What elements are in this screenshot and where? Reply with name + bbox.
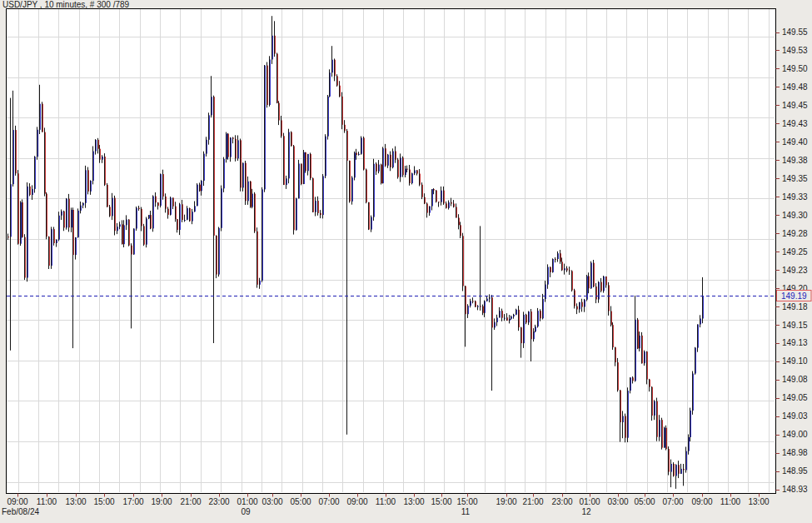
candle	[284, 133, 285, 186]
candle	[16, 126, 17, 176]
candle	[647, 351, 648, 385]
candle	[42, 102, 43, 132]
price-tag-value: 149.19	[781, 291, 807, 301]
candle	[330, 69, 331, 97]
candle	[369, 202, 370, 230]
candle	[105, 153, 106, 186]
candle	[224, 157, 225, 192]
candle	[25, 234, 26, 280]
x-axis-date-label: 12	[581, 507, 591, 516]
y-axis-price-label: 149.15	[782, 321, 808, 330]
candle	[262, 187, 263, 282]
candle	[342, 92, 343, 130]
candle	[69, 194, 70, 232]
candle	[328, 95, 329, 140]
candle	[52, 227, 52, 269]
y-axis-price-label: 149.30	[782, 211, 808, 220]
candle	[296, 198, 297, 231]
candle	[313, 177, 314, 212]
candle	[662, 418, 663, 450]
candle	[398, 158, 399, 179]
candle	[246, 161, 247, 205]
candle	[93, 147, 94, 185]
candle	[665, 426, 665, 447]
candle	[604, 276, 605, 293]
candle	[301, 163, 302, 185]
x-axis-time-label: 15:00	[431, 497, 451, 506]
y-axis-price-label: 148.93	[782, 485, 808, 494]
candle	[78, 208, 79, 237]
candle	[47, 192, 47, 239]
candle	[54, 227, 55, 246]
candle	[86, 166, 87, 208]
candle	[115, 196, 116, 236]
candle	[463, 233, 464, 291]
candle	[628, 387, 629, 442]
x-axis-time-label: 23:00	[208, 497, 229, 506]
price-axis[interactable]: 149.55149.53149.50149.48149.45149.43149.…	[776, 27, 809, 494]
y-axis-price-label: 149.38	[782, 156, 808, 165]
candle	[364, 137, 365, 171]
candle	[277, 52, 278, 103]
candle	[366, 168, 367, 203]
y-axis-price-label: 149.23	[782, 266, 808, 275]
candle	[381, 164, 382, 185]
candle	[45, 127, 46, 196]
y-axis-price-label: 149.08	[782, 375, 808, 384]
x-axis-time-label: 21:00	[522, 497, 543, 506]
x-axis-time-label: 21:00	[180, 497, 201, 506]
candle	[161, 173, 162, 207]
x-axis-time-label: 11:00	[720, 497, 741, 506]
candle	[652, 386, 653, 421]
candle	[618, 358, 619, 392]
y-axis-price-label: 149.45	[782, 101, 808, 110]
x-axis-time-label: 15:00	[93, 497, 114, 506]
y-axis-price-label: 149.55	[782, 27, 808, 37]
x-axis-time-label: 01:00	[237, 497, 257, 506]
candle	[251, 181, 252, 208]
y-axis-price-label: 149.50	[782, 64, 808, 73]
candle	[374, 159, 375, 221]
candle	[306, 152, 306, 173]
y-axis-price-label: 149.28	[782, 229, 808, 238]
candle	[572, 270, 573, 291]
candlestick-chart[interactable]: 149.55149.53149.50149.48149.45149.43149.…	[0, 0, 812, 523]
candle	[219, 227, 220, 277]
candle	[222, 186, 222, 232]
x-axis-time-label: 03:00	[262, 497, 282, 506]
candle	[575, 289, 575, 309]
candle	[289, 129, 290, 184]
candle	[21, 201, 22, 246]
candle	[267, 62, 268, 108]
y-axis-price-label: 149.05	[782, 393, 808, 402]
x-axis-time-label: 11:00	[376, 497, 396, 506]
candle	[88, 167, 89, 195]
mt4-chart-window: USD/JPY , 10 minutes, # 300 /789 149.551…	[0, 0, 812, 523]
time-axis[interactable]: 09:0011:0013:0015:0017:0019:0021:0023:00…	[2, 494, 770, 517]
y-axis-price-label: 149.53	[782, 46, 808, 55]
candle	[163, 170, 164, 200]
candle	[207, 137, 207, 157]
candle	[291, 132, 292, 147]
candle	[383, 147, 384, 183]
candle	[355, 152, 356, 181]
x-axis-time-label: 09:00	[346, 497, 367, 506]
candle	[270, 56, 271, 107]
candle	[690, 408, 691, 441]
x-axis-time-label: 19:00	[496, 497, 516, 506]
candle	[227, 132, 227, 163]
candle	[134, 228, 135, 255]
candle	[59, 212, 60, 241]
candle	[107, 183, 108, 207]
candle	[323, 174, 324, 218]
y-axis-price-label: 149.03	[782, 411, 808, 421]
y-axis-price-label: 149.33	[782, 192, 808, 202]
y-axis-price-label: 149.40	[782, 137, 808, 147]
candle	[265, 65, 266, 192]
candle	[311, 152, 311, 180]
y-axis-price-label: 148.95	[782, 466, 808, 476]
x-axis-date-label: Feb/08/24	[2, 507, 39, 516]
candle	[255, 192, 256, 233]
candle	[190, 207, 191, 222]
x-axis-time-label: 23:00	[551, 497, 572, 506]
